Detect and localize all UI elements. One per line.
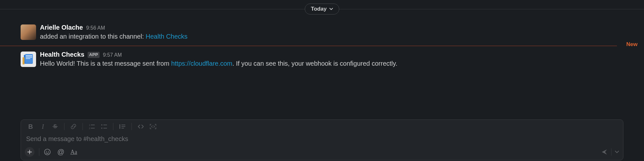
strikethrough-button[interactable]: S (49, 122, 61, 131)
code-block-button[interactable] (147, 122, 159, 131)
svg-point-22 (48, 151, 49, 152)
author-name[interactable]: Arielle Olache (40, 23, 83, 32)
bold-icon: B (28, 123, 33, 130)
message-body: Health Checks APP 9:57 AM Hello World! T… (40, 50, 636, 68)
message-item: Arielle Olache 9:56 AM added an integrat… (0, 22, 644, 43)
avatar[interactable] (21, 24, 36, 40)
toolbar-separator (131, 123, 132, 130)
url-link[interactable]: https://cloudflare.com (171, 60, 232, 67)
emoji-button[interactable] (44, 148, 52, 156)
message-composer: B I S 12 (21, 119, 623, 160)
strikethrough-icon: S (52, 123, 58, 130)
send-button[interactable] (601, 148, 608, 156)
toolbar-separator (113, 123, 113, 130)
aa-icon: Aa (71, 149, 77, 155)
new-message-divider: New (0, 44, 644, 47)
date-label: Today (311, 6, 327, 12)
date-jump-button[interactable]: Today (305, 4, 339, 14)
message-item: Health Checks APP 9:57 AM Hello World! T… (0, 49, 644, 70)
svg-point-12 (101, 124, 102, 126)
svg-text:1: 1 (89, 124, 90, 126)
svg-rect-5 (23, 57, 24, 64)
mention-icon: @ (57, 148, 64, 156)
format-toolbar: B I S 12 (21, 120, 623, 133)
send-icon (601, 148, 608, 156)
chevron-down-icon (615, 150, 619, 154)
bullet-list-button[interactable] (98, 122, 110, 131)
author-name[interactable]: Health Checks (40, 50, 84, 59)
app-icon (22, 53, 35, 66)
text-segment: added an integration to this channel: (40, 33, 146, 40)
composer-actions: @ Aa (21, 146, 623, 160)
text-segment: Hello World! This is a test message sent… (40, 60, 171, 67)
channel-pane: Today Arielle Olache 9:56 AM added an in… (0, 0, 644, 161)
svg-rect-4 (26, 58, 30, 59)
message-input[interactable]: Send a message to #health_checks (21, 133, 623, 146)
avatar[interactable] (21, 52, 36, 67)
ordered-list-button[interactable]: 12 (86, 122, 98, 131)
app-badge: APP (88, 52, 100, 58)
mention-button[interactable]: @ (57, 148, 65, 156)
svg-rect-2 (26, 55, 32, 56)
svg-rect-3 (26, 57, 32, 58)
svg-point-21 (46, 151, 47, 152)
code-button[interactable] (135, 122, 147, 131)
code-icon (137, 123, 144, 130)
svg-point-20 (44, 149, 50, 155)
emoji-icon (44, 148, 51, 156)
timestamp[interactable]: 9:57 AM (103, 52, 122, 59)
message-body: Arielle Olache 9:56 AM added an integrat… (40, 23, 636, 41)
message-header: Health Checks APP 9:57 AM (40, 50, 636, 59)
italic-button[interactable]: I (37, 122, 49, 131)
bold-button[interactable]: B (25, 122, 36, 131)
ordered-list-icon: 12 (88, 123, 95, 130)
strip-separator (39, 148, 39, 156)
chevron-down-icon (329, 7, 333, 11)
new-divider-label: New (626, 41, 638, 48)
message-header: Arielle Olache 9:56 AM (40, 23, 636, 32)
toolbar-separator (64, 123, 64, 130)
toolbar-separator (82, 123, 83, 130)
message-text: Hello World! This is a test message sent… (40, 59, 636, 68)
link-button[interactable] (68, 122, 79, 131)
integration-link[interactable]: Health Checks (146, 33, 187, 40)
blockquote-icon (119, 123, 126, 130)
blockquote-button[interactable] (117, 122, 128, 131)
bullet-list-icon (101, 123, 108, 130)
link-icon (70, 123, 77, 130)
toggle-formatting-button[interactable]: Aa (70, 149, 78, 156)
date-divider: Today (0, 3, 644, 15)
send-separator (611, 148, 611, 156)
italic-icon: I (42, 123, 44, 130)
code-block-icon (149, 123, 157, 130)
message-list: Arielle Olache 9:56 AM added an integrat… (0, 15, 644, 70)
svg-text:2: 2 (89, 127, 90, 129)
message-text: added an integration to this channel: He… (40, 32, 636, 41)
new-divider-line (0, 46, 617, 46)
text-segment: . If you can see this, your webhook is c… (232, 60, 397, 67)
send-options-button[interactable] (615, 150, 619, 154)
svg-point-13 (101, 128, 102, 129)
plus-icon (27, 149, 32, 155)
attach-button[interactable] (25, 147, 34, 157)
timestamp[interactable]: 9:56 AM (86, 25, 105, 32)
